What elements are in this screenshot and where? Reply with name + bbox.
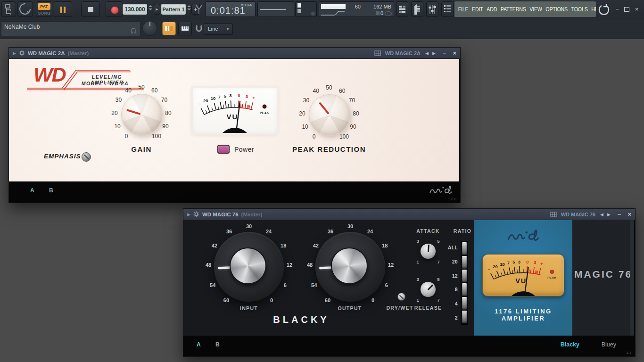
snap-selector[interactable]: Line ▶ (204, 23, 233, 35)
input-knob[interactable]: 06121824303642485460 (199, 217, 298, 316)
vu-meter-2a: -201075303+VUPEAK (193, 88, 277, 133)
preset-browser-icon[interactable] (374, 50, 381, 56)
menu-edit[interactable]: EDIT (472, 6, 483, 13)
model-section: MAGIC 76 (572, 220, 634, 336)
menu-options[interactable]: OPTIONS (545, 6, 568, 13)
plugin-gear-icon[interactable] (19, 50, 25, 56)
pat-mode-badge[interactable]: PAT (38, 3, 50, 10)
ratio-option-2[interactable]: 2 (438, 311, 458, 325)
tempo-stepper[interactable] (148, 5, 152, 10)
note-preview-panel[interactable] (295, 1, 317, 17)
plugin-gear-icon[interactable] (193, 211, 199, 217)
preset-name[interactable]: WD MAGIC 2A (385, 50, 421, 56)
window-minimize-button[interactable]: − (613, 2, 622, 16)
collapse-caret-icon[interactable]: ▶ (13, 51, 16, 56)
menu-tools[interactable]: TOOLS (571, 6, 588, 13)
menu-patterns[interactable]: PATTERNS (501, 6, 526, 13)
snap-magnet-icon[interactable] (195, 25, 203, 33)
ratio-slider[interactable] (461, 241, 468, 325)
record-button[interactable] (106, 1, 123, 17)
plugin-close-icon[interactable]: × (453, 49, 456, 57)
browser-icon (442, 2, 453, 16)
knob-scale-20: 20 (299, 110, 305, 117)
menu-help[interactable]: HELP (591, 6, 596, 13)
ab-slot-a[interactable]: A (30, 187, 34, 194)
master-knob-button[interactable] (17, 1, 33, 17)
power-refresh-icon (597, 2, 611, 16)
pat-song-toggle[interactable]: PAT SONG (36, 1, 52, 17)
ratio-option-4[interactable]: 4 (438, 297, 458, 311)
svg-text:+: + (540, 262, 543, 266)
typing-keyboard-tool-icon[interactable] (195, 4, 203, 15)
ratio-option-20[interactable]: 20 (438, 255, 458, 269)
snap-dropdown-arrow-icon: ▶ (227, 27, 230, 31)
plugin-version: 1.1 (626, 351, 631, 355)
ratio-slider-segment[interactable] (462, 283, 467, 296)
window-close-button[interactable]: × (632, 2, 641, 16)
cpu-panel[interactable]: 60 162 MB 0 (319, 1, 394, 17)
stop-button[interactable] (81, 1, 100, 17)
plugin-minimize-icon[interactable]: − (618, 211, 621, 218)
knob-scale-30: 30 (246, 223, 252, 229)
preset-prev-icon[interactable]: ◀ (600, 212, 604, 217)
svg-text:10: 10 (211, 96, 216, 101)
dry-wet-knob[interactable] (397, 293, 405, 301)
peak-reduction-knob[interactable]: 0102030405060708090100 (294, 79, 364, 150)
ratio-slider-segment[interactable] (462, 297, 467, 310)
ratio-option-8[interactable]: 8 (438, 283, 458, 297)
time-display-panel[interactable]: M:S:CS 0:01:81 (206, 1, 256, 17)
ratio-option-12[interactable]: 12 (438, 269, 458, 283)
preset-prev-icon[interactable]: ◀ (425, 51, 429, 56)
menu-add[interactable]: ADD (487, 6, 497, 13)
main-volume-knob[interactable] (142, 21, 157, 36)
preset-browser-icon[interactable] (550, 212, 557, 217)
browser-view-button[interactable] (441, 1, 454, 17)
ratio-slider-segment[interactable] (462, 311, 467, 323)
ab-slot-b[interactable]: B (49, 187, 53, 194)
output-knob[interactable]: 06121824303642485460 (301, 217, 400, 316)
knob-scale-48: 48 (307, 262, 313, 268)
project-tree-button[interactable] (1, 1, 16, 17)
mixer-view-button[interactable] (426, 1, 438, 17)
pattern-selector[interactable]: Pattern 1 (161, 4, 186, 15)
playlist-view-button[interactable] (396, 1, 408, 17)
emphasis-knob[interactable] (82, 152, 91, 162)
tempo-display[interactable]: 130.000 (123, 4, 147, 15)
preset-tab-bluey[interactable]: Bluey (602, 341, 616, 348)
preset-tab-blacky[interactable]: Blacky (561, 341, 579, 348)
step-sequencer-toggle[interactable] (162, 22, 176, 35)
knob-scale-3: 3 (416, 239, 419, 244)
pattern-stepper[interactable] (187, 5, 191, 10)
typing-to-piano-toggle[interactable] (178, 22, 192, 35)
oscilloscope-panel[interactable] (257, 1, 294, 17)
preset-next-icon[interactable]: ▶ (607, 212, 611, 217)
svg-text:3: 3 (534, 260, 536, 265)
preset-next-icon[interactable]: ▶ (432, 51, 436, 56)
ratio-option-all[interactable]: ALL (438, 241, 458, 255)
collapse-caret-icon[interactable]: ▶ (187, 212, 190, 217)
gain-knob[interactable]: 0102030405060708090100 (106, 79, 177, 149)
play-pause-button[interactable] (54, 1, 72, 17)
preset-name[interactable]: WD MAGIC 76 (561, 212, 595, 217)
plugin-close-icon[interactable]: × (627, 211, 631, 218)
ratio-slider-segment[interactable] (462, 270, 467, 282)
plugin-minimize-icon[interactable]: − (443, 49, 446, 57)
magic2a-titlebar[interactable]: ▶ WD MAGIC 2A (Master) WD MAGIC 2A ◀ ▶ −… (9, 48, 460, 59)
knob-scale-12: 12 (388, 262, 394, 268)
pattern-prev-button[interactable]: ▶ (154, 4, 160, 15)
menu-view[interactable]: VIEW (529, 6, 542, 13)
metronome-icon[interactable] (311, 12, 315, 16)
knob-scale-18: 18 (382, 243, 388, 248)
piano-roll-view-button[interactable] (411, 1, 423, 17)
knob-scale-36: 36 (328, 229, 333, 234)
power-button[interactable] (217, 145, 230, 154)
window-restore-button[interactable] (622, 2, 631, 16)
ratio-slider-segment[interactable] (462, 242, 467, 255)
menu-file[interactable]: FILE (458, 6, 469, 13)
ab-slot-a[interactable]: A (197, 341, 201, 348)
shutdown-button[interactable] (597, 2, 611, 16)
ratio-slider-segment[interactable] (462, 256, 467, 269)
ab-slot-b[interactable]: B (215, 341, 220, 348)
knob-scale-10: 10 (114, 123, 120, 130)
song-mode-badge[interactable]: SONG (38, 10, 50, 16)
